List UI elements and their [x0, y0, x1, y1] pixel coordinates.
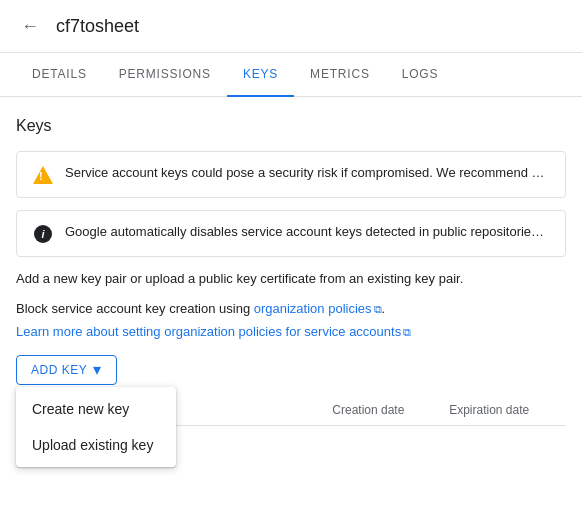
upload-existing-key-item[interactable]: Upload existing key	[16, 427, 176, 463]
back-icon: ←	[21, 16, 39, 37]
tab-metrics[interactable]: METRICS	[294, 53, 386, 97]
warning-icon	[33, 165, 53, 185]
header: ← cf7tosheet	[0, 0, 582, 53]
circle-info-icon: i	[34, 225, 52, 243]
organization-policies-link[interactable]: organization policies⧉	[254, 301, 382, 316]
back-button[interactable]: ←	[16, 12, 44, 40]
chevron-down-icon: ▾	[93, 362, 102, 378]
learn-more-external-icon: ⧉	[403, 326, 411, 339]
add-key-label: ADD KEY	[31, 363, 87, 377]
policy-label: Block service account key creation using	[16, 301, 254, 316]
tab-bar: DETAILS PERMISSIONS KEYS METRICS LOGS	[0, 53, 582, 97]
tab-keys[interactable]: KEYS	[227, 53, 294, 97]
table-col-expiration-date: Expiration date	[449, 403, 566, 417]
main-content: Keys Service account keys could pose a s…	[0, 97, 582, 446]
policy-text: Block service account key creation using…	[16, 299, 566, 319]
learn-more-link[interactable]: Learn more about setting organization po…	[16, 324, 566, 339]
warning-banner: Service account keys could pose a securi…	[16, 151, 566, 198]
add-key-button[interactable]: ADD KEY ▾	[16, 355, 117, 385]
table-col-type	[196, 403, 332, 417]
triangle-warning-icon	[33, 166, 53, 184]
page-title: cf7tosheet	[56, 16, 139, 37]
add-key-dropdown-menu: Create new key Upload existing key	[16, 387, 176, 467]
tab-logs[interactable]: LOGS	[386, 53, 455, 97]
info-banner: i Google automatically disables service …	[16, 210, 566, 257]
info-banner-text: Google automatically disables service ac…	[65, 223, 549, 241]
create-new-key-item[interactable]: Create new key	[16, 391, 176, 427]
section-title: Keys	[16, 117, 566, 135]
external-link-icon: ⧉	[374, 301, 382, 318]
description-text: Add a new key pair or upload a public ke…	[16, 269, 566, 289]
tab-permissions[interactable]: PERMISSIONS	[103, 53, 227, 97]
table-col-creation-date: Creation date	[332, 403, 449, 417]
tab-details[interactable]: DETAILS	[16, 53, 103, 97]
info-icon: i	[33, 224, 53, 244]
warning-banner-text: Service account keys could pose a securi…	[65, 164, 549, 182]
add-key-dropdown-wrapper: ADD KEY ▾ Create new key Upload existing…	[16, 355, 117, 385]
